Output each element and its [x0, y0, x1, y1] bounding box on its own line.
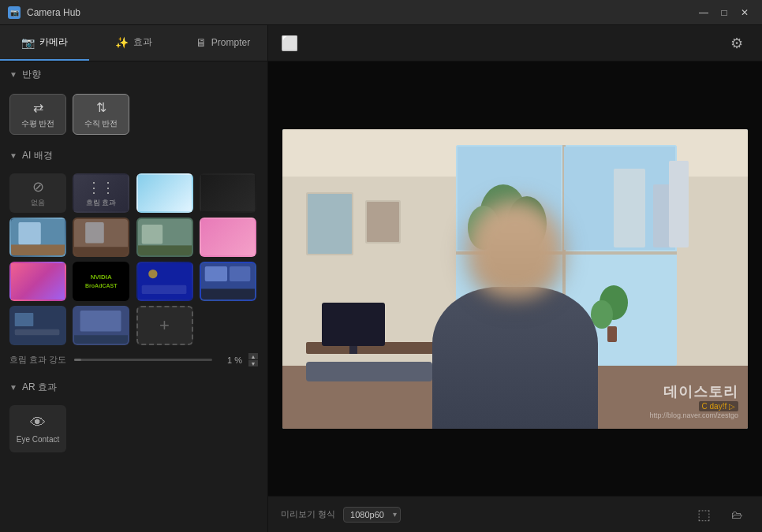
svg-rect-5 — [74, 247, 128, 255]
maximize-button[interactable]: □ — [715, 5, 734, 20]
tab-prompter[interactable]: 🖥 Prompter — [178, 25, 267, 61]
title-bar: 📷 Camera Hub — □ ✕ — [0, 0, 762, 25]
ar-section-header[interactable]: ▼ AR 효과 — [0, 374, 267, 400]
bg-item-room2[interactable] — [73, 218, 129, 257]
person — [432, 200, 598, 429]
eye-contact-icon: 👁 — [30, 414, 46, 432]
svg-rect-44 — [306, 362, 432, 381]
bg-item-dark-blue[interactable] — [136, 262, 193, 301]
blur-icon: ⋮⋮ — [87, 179, 115, 196]
svg-rect-14 — [230, 266, 250, 281]
svg-rect-31 — [614, 169, 645, 247]
folder-button[interactable]: 🗁 — [724, 502, 749, 527]
bottom-left: 미리보기 형식 1080p60 1080p30 720p60 720p30 — [281, 507, 401, 523]
bg-item-light[interactable] — [136, 173, 193, 213]
svg-rect-9 — [138, 263, 192, 299]
svg-rect-20 — [80, 311, 121, 331]
capture-button[interactable]: ⬚ — [691, 502, 716, 527]
app-title: Camera Hub — [27, 7, 80, 18]
svg-rect-18 — [15, 329, 60, 336]
settings-button[interactable]: ⚙ — [724, 31, 749, 56]
ai-bg-section-label: AI 배경 — [22, 149, 53, 162]
blur-increment[interactable]: ▲ — [248, 353, 258, 359]
ai-bg-section-header[interactable]: ▼ AI 배경 — [0, 143, 267, 169]
bg-item-blur[interactable]: ⋮⋮ 흐림 효과 — [73, 173, 129, 213]
blur-spinners: ▲ ▼ — [248, 353, 258, 366]
bg-item-broadcast[interactable]: NVIDIA BroAdCAST — [73, 262, 129, 301]
close-button[interactable]: ✕ — [735, 5, 754, 20]
svg-point-10 — [148, 270, 157, 278]
content-area: ⬜ ⚙ — [268, 25, 762, 532]
svg-rect-46 — [308, 194, 352, 254]
ai-bg-arrow-icon: ▼ — [9, 151, 17, 160]
effects-tab-icon: ✨ — [115, 36, 129, 49]
blur-slider-fill — [74, 359, 81, 361]
blur-slider[interactable] — [74, 359, 212, 361]
blur-value: 1 % — [219, 355, 242, 365]
sidebar: 📷 카메라 ✨ 효과 🖥 Prompter ▼ 반향 ⇄ 수평 반전 ⇅ — [0, 25, 268, 532]
video-preview: 데이스토리 C day!f ▷ http://blog.naver.com/ze… — [268, 61, 762, 496]
bg-item-pink[interactable] — [200, 218, 256, 257]
bg-item-dark[interactable] — [200, 173, 256, 213]
bg-item-office-blue[interactable] — [200, 262, 256, 301]
blur-slider-container: 1 % ▲ ▼ — [74, 353, 258, 366]
content-toolbar: ⬜ ⚙ — [268, 25, 762, 61]
ar-section: 👁 Eye Contact — [0, 400, 267, 465]
main-layout: 📷 카메라 ✨ 효과 🖥 Prompter ▼ 반향 ⇄ 수평 반전 ⇅ — [0, 25, 762, 532]
flip-arrow-icon: ▼ — [9, 70, 17, 79]
resolution-select[interactable]: 1080p60 1080p30 720p60 720p30 — [343, 507, 401, 523]
bg-item-tv2[interactable] — [73, 306, 129, 345]
eye-contact-item[interactable]: 👁 Eye Contact — [9, 405, 66, 452]
bg-item-room1[interactable] — [9, 218, 66, 257]
none-icon: ⊘ — [32, 178, 44, 195]
bg-grid: ⊘ 없음 ⋮⋮ 흐림 효과 — [0, 169, 267, 350]
svg-rect-11 — [141, 285, 186, 294]
prompter-tab-label: Prompter — [211, 37, 250, 48]
person-head — [468, 200, 562, 299]
svg-rect-21 — [74, 335, 128, 344]
toolbar-left: ⬜ — [281, 35, 298, 52]
svg-rect-7 — [141, 225, 162, 244]
bottom-bar: 미리보기 형식 1080p60 1080p30 720p60 720p30 ⬚ … — [268, 496, 762, 532]
blur-control: 흐림 효과 강도 1 % ▲ ▼ — [0, 350, 267, 374]
ar-arrow-icon: ▼ — [9, 383, 17, 392]
svg-rect-15 — [201, 288, 255, 299]
resolution-wrapper: 1080p60 1080p30 720p60 720p30 — [343, 507, 401, 523]
window-controls: — □ ✕ — [694, 5, 754, 20]
tab-bar: 📷 카메라 ✨ 효과 🖥 Prompter — [0, 25, 267, 61]
person-body — [432, 287, 598, 429]
vertical-flip-button[interactable]: ⇅ 수직 반전 — [73, 94, 129, 135]
svg-rect-39 — [322, 303, 385, 346]
v-flip-icon: ⇅ — [96, 100, 106, 115]
blur-strength-label: 흐림 효과 강도 — [9, 354, 66, 366]
bg-item-none[interactable]: ⊘ 없음 — [9, 173, 66, 213]
broadcast-label: NVIDIA BroAdCAST — [85, 273, 117, 288]
none-label: 없음 — [31, 198, 45, 208]
flip-section-header[interactable]: ▼ 반향 — [0, 61, 267, 87]
tab-effects[interactable]: ✨ 효과 — [89, 25, 178, 61]
blur-label: 흐림 효과 — [86, 198, 117, 208]
blur-decrement[interactable]: ▼ — [248, 360, 258, 366]
horizontal-flip-button[interactable]: ⇄ 수평 반전 — [9, 94, 66, 135]
eye-contact-label: Eye Contact — [17, 435, 59, 444]
camera-tab-label: 카메라 — [39, 35, 68, 49]
effects-tab-label: 효과 — [133, 35, 152, 49]
tab-camera[interactable]: 📷 카메라 — [0, 25, 89, 61]
svg-rect-8 — [138, 245, 192, 255]
bg-item-room3[interactable] — [136, 218, 193, 257]
bg-item-add[interactable]: + — [136, 306, 193, 345]
monitor-icon: ⬜ — [281, 35, 298, 52]
app-icon: 📷 — [8, 6, 21, 19]
svg-rect-4 — [85, 222, 104, 243]
svg-rect-1 — [18, 222, 40, 244]
ar-section-label: AR 효과 — [22, 381, 57, 394]
h-flip-label: 수평 반전 — [21, 118, 55, 129]
minimize-button[interactable]: — — [694, 5, 713, 20]
toolbar-right: ⚙ — [724, 31, 749, 56]
title-bar-left: 📷 Camera Hub — [8, 6, 80, 19]
svg-rect-17 — [15, 313, 34, 326]
preview-format-label: 미리보기 형식 — [281, 508, 335, 520]
prompter-tab-icon: 🖥 — [196, 36, 207, 49]
bg-item-colorful[interactable] — [9, 262, 66, 301]
bg-item-tv1[interactable] — [9, 306, 66, 345]
